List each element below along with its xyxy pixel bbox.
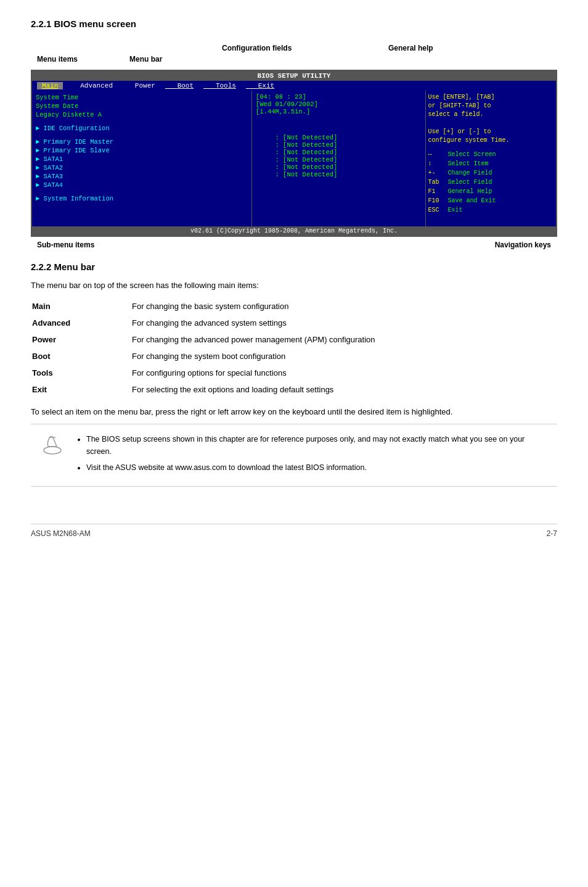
nav-key-arrows: ↔ [428,150,446,159]
help-text: Use [ENTER], [TAB] or [SHIFT-TAB] to sel… [428,93,554,145]
label-nav-keys: Navigation keys [495,241,551,249]
table-row: Boot For changing the system boot config… [32,349,556,364]
nav-save-exit: F10 Save and Exit [428,196,554,205]
nav-change-field: +- Change Field [428,168,554,178]
nav-desc-general-help: General Help [448,187,492,196]
nav-key-updown: ↕ [428,159,446,168]
menu-bar-table: Main For changing the basic system confi… [31,297,557,398]
nav-desc-select-item: Select Item [448,159,489,168]
bios-left-panel: System Time System Date Legacy Diskette … [32,91,252,226]
bios-diagram: Menu items Menu bar Configuration fields… [31,38,557,249]
desc-boot: For changing the system boot configurati… [132,349,556,364]
nav-key-f1: F1 [428,187,446,196]
entry-system-date: System Date [36,102,248,110]
desc-exit: For selecting the exit options and loadi… [132,382,556,397]
label-config-fields: Configuration fields [222,44,292,52]
bios-right-panel: Use [ENTER], [TAB] or [SHIFT-TAB] to sel… [425,91,557,226]
note-item-1: The BIOS setup screens shown in this cha… [86,433,551,458]
section-222-title: 2.2.2 Menu bar [31,262,557,272]
field-primary-master: : [Not Detected] [256,134,422,141]
footer-left: ASUS M2N68-AM [31,529,91,538]
nav-key-esc: ESC [428,205,446,215]
table-row: Main For changing the basic system confi… [32,299,556,314]
nav-select-screen: ↔ Select Screen [428,150,554,159]
note-content: The BIOS setup screens shown in this cha… [78,433,551,477]
nav-exit: ESC Exit [428,205,554,215]
nav-key-plusminus: +- [428,168,446,178]
nav-key-tab: Tab [428,178,446,187]
nav-select-item: ↕ Select Item [428,159,554,168]
label-menu-bar: Menu bar [129,55,162,64]
entry-sata2: ► SATA2 [36,163,248,172]
field-sata4: : [Not Detected] [256,171,422,178]
svg-point-0 [44,447,61,454]
menu-main: Main [37,82,63,89]
note-box: The BIOS setup screens shown in this cha… [31,424,557,487]
entry-system-info: ► System Information [36,194,248,203]
bios-center-panel: [04: 08 : 23] [Wed 01/09/2002] [1.44M,3.… [252,91,425,226]
menu-power: Power [118,82,160,89]
note-icon [37,433,68,459]
nav-desc-select-screen: Select Screen [448,150,496,159]
table-row: Advanced For changing the advanced syste… [32,315,556,331]
entry-sata4: ► SATA4 [36,181,248,189]
field-primary-slave: : [Not Detected] [256,141,422,149]
nav-desc-change-field: Change Field [448,168,492,178]
field-sata3: : [Not Detected] [256,163,422,171]
desc-advanced: For changing the advanced system setting… [132,315,556,331]
term-boot: Boot [32,349,131,364]
bios-body: System Time System Date Legacy Diskette … [32,91,556,226]
table-row: Power For changing the advanced power ma… [32,332,556,347]
term-tools: Tools [32,365,131,381]
menu-exit: Exit [241,82,279,89]
nav-desc-save-exit: Save and Exit [448,196,496,205]
desc-tools: For configuring options for special func… [132,365,556,381]
entry-legacy-diskette: Legacy Diskette A [36,110,248,119]
entry-ide-config: ► IDE Configuration [36,124,248,133]
entry-primary-slave: ► Primary IDE Slave [36,146,248,155]
nav-general-help: F1 General Help [428,187,554,196]
pencil-icon [39,433,65,459]
term-exit: Exit [32,382,131,397]
note-paragraph: To select an item on the menu bar, press… [31,407,557,416]
top-labels: Menu items Menu bar Configuration fields… [31,38,557,68]
menu-advanced: Advanced [63,82,118,89]
nav-desc-select-field: Select Field [448,178,492,187]
note-item-2: Visit the ASUS website at www.asus.com t… [86,461,551,474]
bios-footer: v02.61 (C)Copyright 1985-2008, American … [32,226,556,236]
bios-menubar: Main Advanced Power Boot Tools Exit [32,81,556,91]
entry-primary-master: ► Primary IDE Master [36,138,248,146]
field-diskette: [1.44M,3.5in.] [256,108,422,115]
label-menu-items: Menu items [37,55,78,64]
term-advanced: Advanced [32,315,131,331]
label-general-help: General help [388,44,433,52]
table-row: Exit For selecting the exit options and … [32,382,556,397]
label-sub-menu: Sub-menu items [37,241,94,249]
menu-boot: Boot [160,82,198,89]
term-power: Power [32,332,131,347]
desc-main: For changing the basic system configurat… [132,299,556,314]
section-222-intro: The menu bar on top of the screen has th… [31,281,557,290]
bottom-labels: Sub-menu items Navigation keys [31,241,557,249]
entry-system-time: System Time [36,93,248,102]
field-date: [Wed 01/09/2002] [256,101,422,108]
nav-select-field: Tab Select Field [428,178,554,187]
term-main: Main [32,299,131,314]
nav-section: ↔ Select Screen ↕ Select Item +- Change … [428,150,554,215]
desc-power: For changing the advanced power manageme… [132,332,556,347]
field-sata2: : [Not Detected] [256,156,422,163]
bios-header: BIOS SETUP UTILITY [32,71,556,81]
field-sata1: : [Not Detected] [256,149,422,156]
entry-sata3: ► SATA3 [36,172,248,181]
bios-screen: BIOS SETUP UTILITY Main Advanced Power B… [31,70,557,237]
section-222: 2.2.2 Menu bar The menu bar on top of th… [31,262,557,487]
menu-tools: Tools [198,82,241,89]
entry-sata1: ► SATA1 [36,155,248,163]
footer-right: 2-7 [547,529,557,538]
table-row: Tools For configuring options for specia… [32,365,556,381]
nav-key-f10: F10 [428,196,446,205]
nav-desc-exit: Exit [448,205,463,215]
field-time: [04: 08 : 23] [256,93,422,101]
section-221-title: 2.2.1 BIOS menu screen [31,19,557,29]
